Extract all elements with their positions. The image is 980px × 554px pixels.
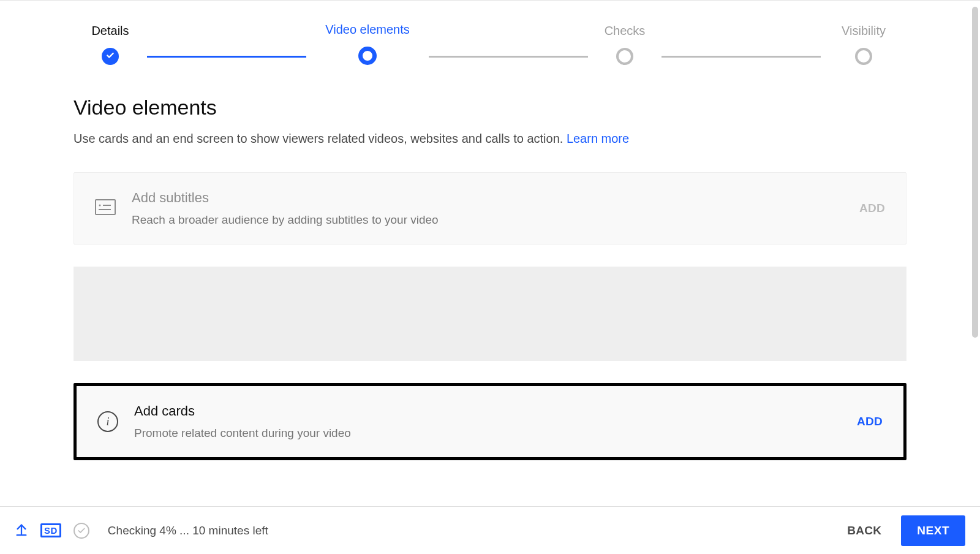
subtitle-text: Use cards and an end screen to show view… xyxy=(74,132,567,145)
stepper-line xyxy=(147,56,306,58)
step-checks-label[interactable]: Checks xyxy=(605,24,646,38)
add-cards-button[interactable]: ADD xyxy=(857,415,883,428)
upload-status-text: Checking 4% ... 10 minutes left xyxy=(108,524,268,537)
check-circle-icon xyxy=(74,523,89,539)
stepper-line xyxy=(662,56,821,58)
checkmark-icon xyxy=(106,51,115,62)
step-visibility-label[interactable]: Visibility xyxy=(842,24,886,38)
step-details-label[interactable]: Details xyxy=(91,24,129,38)
stepper-line xyxy=(429,56,588,58)
option-add-cards: i Add cards Promote related content duri… xyxy=(74,383,907,460)
svg-rect-0 xyxy=(96,200,115,214)
step-details-dot[interactable] xyxy=(102,48,119,65)
step-video-elements-dot[interactable] xyxy=(358,47,377,65)
option-add-subtitles: Add subtitles Reach a broader audience b… xyxy=(74,172,907,245)
back-button[interactable]: BACK xyxy=(835,518,894,544)
option-subtitles-desc: Reach a broader audience by adding subti… xyxy=(132,213,859,227)
upload-icon[interactable] xyxy=(15,523,28,539)
footer: SD Checking 4% ... 10 minutes left BACK … xyxy=(0,506,980,554)
step-visibility-dot[interactable] xyxy=(855,48,872,65)
next-button[interactable]: NEXT xyxy=(901,515,965,546)
subtitles-icon xyxy=(95,199,116,218)
sd-badge[interactable]: SD xyxy=(40,523,61,537)
step-checks-dot[interactable] xyxy=(616,48,633,65)
option-cards-title: Add cards xyxy=(134,403,857,419)
learn-more-link[interactable]: Learn more xyxy=(567,132,629,145)
step-video-elements-label[interactable]: Video elements xyxy=(325,23,410,37)
page-title: Video elements xyxy=(74,96,907,120)
info-icon: i xyxy=(97,411,118,432)
option-cards-desc: Promote related content during your vide… xyxy=(134,427,857,440)
page-subtitle: Use cards and an end screen to show view… xyxy=(74,129,907,148)
placeholder-block xyxy=(74,267,907,361)
add-subtitles-button: ADD xyxy=(859,202,885,215)
svg-point-1 xyxy=(99,205,101,207)
stepper: Details Video elements Checks xyxy=(74,23,907,65)
scrollbar-thumb[interactable] xyxy=(972,7,978,338)
option-subtitles-title: Add subtitles xyxy=(132,190,859,206)
